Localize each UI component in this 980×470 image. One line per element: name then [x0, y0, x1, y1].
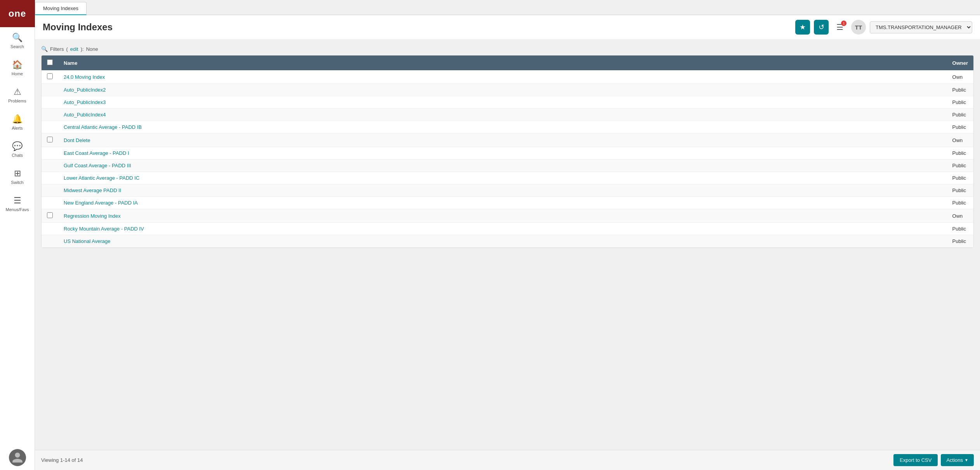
switch-icon: ⊞: [14, 168, 21, 179]
row-name-link[interactable]: Auto_PublicIndex4: [64, 112, 106, 118]
tab-moving-indexes[interactable]: Moving Indexes: [35, 2, 87, 15]
user-initials-avatar: TT: [851, 20, 866, 35]
row-checkbox-cell[interactable]: [42, 134, 58, 147]
sidebar-item-menus[interactable]: ☰ Menus/Favs: [0, 190, 35, 217]
row-owner-cell: Public: [947, 160, 973, 172]
sidebar-item-switch[interactable]: ⊞ Switch: [0, 163, 35, 190]
row-checkbox[interactable]: [47, 137, 53, 142]
person-icon: [11, 451, 24, 464]
content-area: 🔍 Filters ( edit ): None Name Owner: [35, 40, 980, 450]
table-row: East Coast Average - PADD IPublic: [42, 147, 973, 160]
row-name-cell: Auto_PublicIndex4: [58, 109, 947, 121]
actions-button[interactable]: Actions ▼: [941, 454, 974, 466]
search-icon: 🔍: [12, 33, 23, 43]
row-name-link[interactable]: New England Average - PADD IA: [64, 200, 138, 206]
row-name-link[interactable]: Dont Delete: [64, 137, 90, 143]
row-name-link[interactable]: Auto_PublicIndex3: [64, 99, 106, 105]
filters-value: None: [86, 46, 98, 52]
row-checkbox[interactable]: [47, 73, 53, 79]
page-title: Moving Indexes: [43, 22, 795, 33]
sidebar-bottom: [0, 449, 35, 470]
row-checkbox-cell[interactable]: [42, 70, 58, 84]
row-name-link[interactable]: Regression Moving Index: [64, 213, 121, 219]
row-checkbox-cell[interactable]: [42, 172, 58, 184]
filters-bar: 🔍 Filters ( edit ): None: [41, 46, 974, 52]
table-row: Rocky Mountain Average - PADD IVPublic: [42, 223, 973, 235]
chat-icon: 💬: [12, 141, 23, 151]
user-role-dropdown[interactable]: TMS.TRANSPORTATION_MANAGER: [870, 21, 972, 33]
row-name-cell: Auto_PublicIndex3: [58, 96, 947, 109]
refresh-icon: ↺: [819, 23, 824, 31]
select-all-checkbox[interactable]: [47, 59, 53, 65]
sidebar-item-label: Problems: [8, 99, 26, 103]
refresh-button[interactable]: ↺: [814, 20, 829, 35]
sidebar-item-label: Menus/Favs: [6, 207, 29, 212]
table-row: Lower Atlantic Average - PADD ICPublic: [42, 172, 973, 184]
sidebar-item-alerts[interactable]: 🔔 Alerts: [0, 109, 35, 136]
column-header-name: Name: [58, 55, 947, 70]
export-csv-button[interactable]: Export to CSV: [893, 454, 938, 466]
row-checkbox-cell[interactable]: [42, 121, 58, 134]
row-checkbox-cell[interactable]: [42, 147, 58, 160]
filters-edit-link[interactable]: edit: [70, 46, 78, 52]
user-avatar[interactable]: [9, 449, 26, 466]
row-owner-cell: Public: [947, 184, 973, 197]
row-name-link[interactable]: Lower Atlantic Average - PADD IC: [64, 175, 139, 181]
row-checkbox-cell[interactable]: [42, 235, 58, 248]
row-name-link[interactable]: Central Atlantic Average - PADD IB: [64, 124, 142, 130]
table-row: Central Atlantic Average - PADD IBPublic: [42, 121, 973, 134]
row-checkbox[interactable]: [47, 212, 53, 218]
main-content: Moving Indexes Moving Indexes ★ ↺ ☰ 1 TT…: [35, 0, 980, 470]
sidebar-item-label: Home: [12, 71, 23, 76]
row-name-link[interactable]: Midwest Average PADD II: [64, 187, 121, 193]
row-owner-cell: Public: [947, 235, 973, 248]
table-row: Midwest Average PADD IIPublic: [42, 184, 973, 197]
row-checkbox-cell[interactable]: [42, 223, 58, 235]
row-checkbox-cell[interactable]: [42, 209, 58, 223]
row-checkbox-cell[interactable]: [42, 96, 58, 109]
table-row: New England Average - PADD IAPublic: [42, 197, 973, 209]
menus-icon: ☰: [14, 196, 21, 206]
sidebar-item-label: Alerts: [12, 126, 23, 130]
viewing-count: Viewing 1-14 of 14: [41, 457, 83, 463]
sidebar-item-search[interactable]: 🔍 Search: [0, 27, 35, 54]
bell-icon: 🔔: [12, 114, 23, 124]
table-row: Dont DeleteOwn: [42, 134, 973, 147]
row-owner-cell: Public: [947, 96, 973, 109]
sidebar-item-chats[interactable]: 💬 Chats: [0, 136, 35, 163]
menu-button[interactable]: ☰ 1: [833, 20, 847, 35]
row-name-link[interactable]: East Coast Average - PADD I: [64, 150, 129, 156]
row-checkbox-cell[interactable]: [42, 160, 58, 172]
row-checkbox-cell[interactable]: [42, 197, 58, 209]
moving-indexes-table: Name Owner 24.0 Moving IndexOwnAuto_Publ…: [41, 55, 974, 248]
row-name-cell: Auto_PublicIndex2: [58, 84, 947, 96]
row-name-cell: Dont Delete: [58, 134, 947, 147]
select-all-header[interactable]: [42, 55, 58, 70]
row-checkbox-cell[interactable]: [42, 84, 58, 96]
app-logo[interactable]: one: [0, 0, 35, 27]
row-name-link[interactable]: 24.0 Moving Index: [64, 74, 105, 80]
row-owner-cell: Own: [947, 209, 973, 223]
table-header-row: Name Owner: [42, 55, 973, 70]
row-name-cell: Central Atlantic Average - PADD IB: [58, 121, 947, 134]
table-row: Regression Moving IndexOwn: [42, 209, 973, 223]
tab-bar: Moving Indexes: [35, 0, 980, 15]
row-owner-cell: Own: [947, 134, 973, 147]
row-checkbox-cell[interactable]: [42, 109, 58, 121]
sidebar-item-problems[interactable]: ⚠ Problems: [0, 82, 35, 109]
row-name-link[interactable]: US National Average: [64, 238, 110, 244]
notification-badge: 1: [841, 21, 846, 26]
row-checkbox-cell[interactable]: [42, 184, 58, 197]
table-row: Auto_PublicIndex3Public: [42, 96, 973, 109]
table-header: Name Owner: [42, 55, 973, 70]
page-header: Moving Indexes ★ ↺ ☰ 1 TT TMS.TRANSPORTA…: [35, 15, 980, 40]
row-name-link[interactable]: Gulf Coast Average - PADD III: [64, 163, 131, 168]
filter-icon: 🔍: [41, 46, 48, 52]
data-table: Name Owner 24.0 Moving IndexOwnAuto_Publ…: [42, 55, 973, 248]
star-icon: ★: [800, 23, 806, 31]
row-name-link[interactable]: Auto_PublicIndex2: [64, 87, 106, 93]
sidebar-item-home[interactable]: 🏠 Home: [0, 54, 35, 82]
favorite-button[interactable]: ★: [795, 20, 810, 35]
home-icon: 🏠: [12, 60, 23, 70]
row-name-link[interactable]: Rocky Mountain Average - PADD IV: [64, 226, 144, 232]
